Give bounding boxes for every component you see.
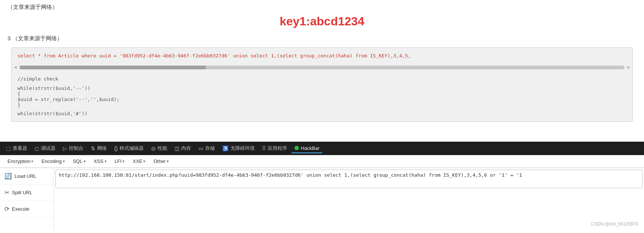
scroll-right-btn[interactable]: > (627, 64, 629, 70)
menu-encryption[interactable]: Encryption ▾ (4, 157, 37, 166)
xss-arrow: ▾ (105, 159, 106, 163)
article-source-top: （文章来源于网络） (7, 4, 637, 11)
menu-other[interactable]: Other ▾ (150, 157, 172, 166)
performance-label: 性能 (157, 145, 167, 152)
url-input-area (54, 168, 644, 230)
performance-icon: ◎ (151, 145, 156, 151)
execute-label: Execute (12, 206, 29, 212)
hackbar-panel-container: 🔄 Load URL ✂ Split URL ⟳ Execute CSDN @m… (0, 168, 644, 230)
menu-xss[interactable]: XSS ▾ (90, 157, 110, 166)
network-label: 网络 (97, 145, 107, 152)
sql-label: SQL (73, 158, 83, 164)
debugger-icon: ◻ (35, 145, 39, 151)
code-block: select * from Article where uuid = '983f… (12, 48, 632, 64)
code-line-6: while(strstr($uuid,'#')) (17, 111, 627, 116)
code-line-2: while(strstr($uuid,'--')) (17, 85, 627, 91)
load-url-button[interactable]: 🔄 Load URL (0, 168, 54, 185)
application-icon: ⠿ (262, 145, 266, 151)
style-label: 样式编辑器 (119, 145, 144, 152)
debugger-label: 调试器 (41, 145, 55, 152)
code-line-4: $uuid = str_replace('--','',$uuid); (17, 97, 627, 102)
code-block-2: //simple check while(strstr($uuid,'--'))… (12, 71, 632, 122)
lfi-label: LFI (115, 158, 122, 164)
devtools-tab-console[interactable]: ▷ 控制台 (60, 144, 86, 153)
devtools-tab-memory[interactable]: ◫ 内存 (172, 144, 194, 153)
key-display: key1:abcd1234 (7, 15, 637, 28)
scroll-thumb[interactable] (20, 66, 206, 69)
devtools-tab-performance[interactable]: ◎ 性能 (148, 144, 170, 153)
devtools-tab-storage[interactable]: ▭ 存储 (195, 144, 218, 153)
url-input[interactable] (55, 170, 643, 188)
scroll-track (20, 66, 625, 69)
other-label: Other (153, 158, 166, 164)
style-icon: {} (114, 145, 118, 151)
storage-label: 存储 (205, 145, 215, 152)
hackbar-menubar: Encryption ▾ Encoding ▾ SQL ▾ XSS ▾ LFI … (0, 155, 644, 168)
split-url-icon: ✂ (4, 189, 9, 196)
code-comment: //simple check (17, 76, 627, 82)
network-icon: ⇅ (91, 145, 95, 151)
hackbar-dot-icon (294, 146, 299, 150)
xxe-arrow: ▾ (143, 159, 145, 163)
devtools-tab-hackbar[interactable]: HackBar (291, 144, 322, 153)
devtools-tab-inspector[interactable]: ⬚ 查看器 (3, 144, 30, 153)
code-line-1: select * from Article where uuid = '983f… (17, 53, 627, 59)
hackbar-actions: 🔄 Load URL ✂ Split URL ⟳ Execute (0, 168, 644, 230)
split-url-button[interactable]: ✂ Split URL (0, 185, 54, 201)
devtools-tab-debugger[interactable]: ◻ 调试器 (32, 144, 58, 153)
split-url-label: Split URL (12, 190, 32, 195)
devtools-tab-network[interactable]: ⇅ 网络 (88, 144, 110, 153)
console-icon: ▷ (63, 145, 67, 151)
load-url-label: Load URL (15, 173, 36, 179)
console-label: 控制台 (69, 145, 83, 152)
inspector-icon: ⬚ (6, 145, 11, 151)
sql-arrow: ▾ (84, 159, 86, 163)
devtools-toolbar: ⬚ 查看器 ◻ 调试器 ▷ 控制台 ⇅ 网络 {} 样式编辑器 ◎ 性能 ◫ 内… (0, 142, 644, 155)
hackbar-panel: 🔄 Load URL ✂ Split URL ⟳ Execute (0, 168, 644, 230)
application-label: 应用程序 (268, 145, 287, 152)
devtools-tab-style-editor[interactable]: {} 样式编辑器 (111, 144, 147, 153)
watermark: CSDN @m0_56129970 (591, 221, 638, 227)
inspector-label: 查看器 (13, 145, 27, 152)
menu-sql[interactable]: SQL ▾ (69, 157, 89, 166)
accessibility-label: 无障碍环境 (230, 145, 255, 152)
menu-xxe[interactable]: XXE ▾ (129, 157, 149, 166)
scroll-left-btn[interactable]: < (15, 64, 17, 70)
load-url-icon: 🔄 (4, 173, 12, 180)
accessibility-icon: ♿ (222, 145, 229, 151)
encryption-arrow: ▾ (31, 159, 33, 163)
encryption-label: Encryption (7, 158, 30, 164)
code-scrollbar[interactable]: < > (12, 64, 632, 71)
encoding-label: Encoding (41, 158, 61, 164)
devtools-tab-application[interactable]: ⠿ 应用程序 (259, 144, 290, 153)
storage-icon: ▭ (198, 145, 203, 151)
hackbar-label: HackBar (301, 145, 319, 151)
execute-icon: ⟳ (4, 205, 9, 212)
code-line-3: { (17, 91, 627, 97)
xss-label: XSS (94, 158, 103, 164)
article-number-line: 3 （文章来源于网络） (7, 35, 637, 42)
menu-lfi[interactable]: LFI ▾ (111, 157, 128, 166)
encoding-arrow: ▾ (63, 159, 65, 163)
xxe-label: XXE (133, 158, 142, 164)
devtools-tab-accessibility[interactable]: ♿ 无障碍环境 (219, 144, 258, 153)
code-line-5: } (17, 102, 627, 108)
code-block-wrapper: select * from Article where uuid = '983f… (11, 47, 633, 122)
other-arrow: ▾ (167, 159, 169, 163)
lfi-arrow: ▾ (122, 159, 124, 163)
execute-button[interactable]: ⟳ Execute (0, 201, 54, 217)
memory-label: 内存 (181, 145, 191, 152)
memory-icon: ◫ (175, 145, 179, 151)
menu-encoding[interactable]: Encoding ▾ (38, 157, 68, 166)
hackbar-buttons: 🔄 Load URL ✂ Split URL ⟳ Execute (0, 168, 54, 230)
main-content: （文章来源于网络） key1:abcd1234 3 （文章来源于网络） sele… (0, 0, 644, 142)
